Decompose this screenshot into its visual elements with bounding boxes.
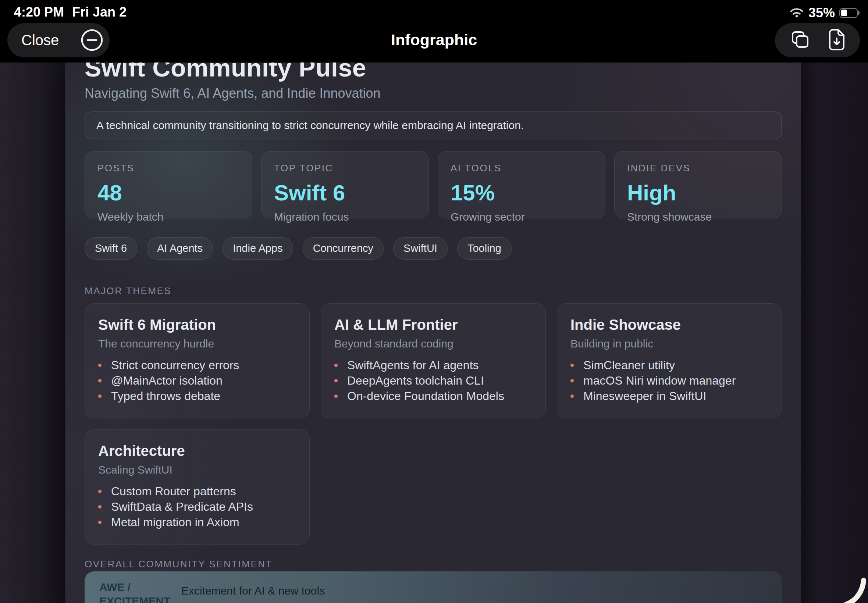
stat-caption: Weekly batch — [97, 211, 240, 223]
bullet-text: macOS Niri window manager — [583, 374, 736, 388]
bullet-text: On-device Foundation Models — [347, 390, 504, 403]
top-navbar: 4:20 PM Fri Jan 2 35% Close — [0, 0, 868, 62]
stat-caption: Growing sector — [450, 211, 593, 223]
theme-bullet: SwiftAgents for AI agents — [334, 357, 532, 373]
themes-section-heading: MAJOR THEMES — [85, 285, 782, 297]
stat-card-posts: POSTS 48 Weekly batch — [85, 151, 252, 218]
bullet-text: SwiftData & Predicate APIs — [111, 500, 253, 514]
stat-caption: Strong showcase — [627, 211, 769, 223]
theme-subtitle: Building in public — [571, 337, 768, 350]
tag-swiftui: SwiftUI — [393, 237, 448, 260]
bullet-dot-icon — [334, 394, 337, 398]
bullet-dot-icon — [571, 363, 574, 367]
themes-grid: Swift 6 Migration The concurrency hurdle… — [85, 303, 782, 544]
summary-box: A technical community transitioning to s… — [85, 111, 782, 139]
status-date: Fri Jan 2 — [72, 5, 127, 20]
bullet-text: SimCleaner utility — [583, 359, 675, 372]
bullet-text: Typed throws debate — [111, 390, 220, 403]
bullet-text: Metal migration in Axiom — [111, 515, 240, 529]
stat-card-indie-devs: INDIE DEVS High Strong showcase — [614, 151, 782, 218]
theme-bullet: Metal migration in Axiom — [98, 514, 296, 530]
stat-value: 48 — [97, 182, 240, 204]
theme-title: Architecture — [98, 442, 296, 459]
bullet-dot-icon — [571, 379, 574, 382]
summary-text: A technical community transitioning to s… — [96, 119, 524, 131]
theme-bullet: SwiftData & Predicate APIs — [98, 499, 296, 514]
tags-row: Swift 6 AI Agents Indie Apps Concurrency… — [85, 237, 782, 260]
bullet-dot-icon — [98, 394, 102, 398]
tag-swift6: Swift 6 — [85, 237, 137, 260]
stats-row: POSTS 48 Weekly batch TOP TOPIC Swift 6 … — [85, 151, 782, 218]
theme-subtitle: Beyond standard coding — [334, 337, 532, 350]
tag-ai-agents: AI Agents — [147, 237, 213, 260]
theme-bullet: SimCleaner utility — [571, 357, 768, 373]
bullet-dot-icon — [334, 379, 337, 382]
bullet-text: Strict concurrency errors — [111, 359, 240, 372]
battery-percentage: 35% — [808, 5, 835, 20]
stat-label: AI TOOLS — [450, 162, 593, 174]
bullet-dot-icon — [334, 363, 337, 367]
infographic-title: Swift Community Pulse — [85, 62, 782, 80]
sentiment-card-awe-excitement: AWE / EXCITEMENT Excitement for AI & new… — [85, 571, 782, 603]
theme-bullet: macOS Niri window manager — [571, 373, 768, 388]
battery-icon — [839, 8, 858, 18]
bullet-dot-icon — [98, 505, 102, 509]
bullet-dot-icon — [98, 521, 102, 524]
sentiment-label: AWE / EXCITEMENT — [99, 580, 175, 603]
theme-bullet: Minesweeper in SwiftUI — [571, 388, 768, 404]
stat-label: INDIE DEVS — [627, 162, 769, 174]
tag-tooling: Tooling — [457, 237, 512, 260]
stat-value: High — [627, 182, 769, 204]
stat-caption: Migration focus — [274, 211, 416, 223]
theme-subtitle: The concurrency hurdle — [98, 337, 296, 350]
status-time: 4:20 PM — [14, 5, 64, 20]
stat-card-top-topic: TOP TOPIC Swift 6 Migration focus — [261, 151, 429, 218]
theme-title: Swift 6 Migration — [98, 316, 296, 333]
bullet-dot-icon — [98, 363, 102, 367]
theme-bullet: @MainActor isolation — [98, 373, 296, 388]
sentiment-section-heading: OVERALL COMMUNITY SENTIMENT — [85, 558, 782, 570]
theme-bullet: On-device Foundation Models — [334, 388, 532, 404]
stat-label: TOP TOPIC — [274, 162, 416, 174]
theme-title: AI & LLM Frontier — [334, 316, 532, 333]
sentiment-description: Excitement for AI & new tools — [181, 584, 325, 598]
infographic-subtitle: Navigating Swift 6, AI Agents, and Indie… — [85, 85, 782, 101]
bullet-text: SwiftAgents for AI agents — [347, 359, 479, 372]
export-download-button[interactable] — [828, 28, 846, 53]
tag-indie-apps: Indie Apps — [223, 237, 293, 260]
bullet-text: DeepAgents toolchain CLI — [347, 374, 484, 388]
page-title: Infographic — [0, 31, 868, 49]
stat-label: POSTS — [97, 162, 240, 174]
theme-title: Indie Showcase — [571, 316, 768, 333]
bullet-dot-icon — [98, 379, 102, 382]
theme-bullet: Typed throws debate — [98, 388, 296, 404]
bullet-text: Custom Router patterns — [111, 485, 236, 498]
copy-button[interactable] — [789, 29, 810, 52]
corner-arc-decoration — [842, 572, 868, 603]
tag-concurrency: Concurrency — [303, 237, 384, 260]
bullet-text: Minesweeper in SwiftUI — [583, 390, 706, 403]
theme-bullet: Strict concurrency errors — [98, 357, 296, 373]
screen: 4:20 PM Fri Jan 2 35% Close — [0, 0, 868, 603]
bullet-dot-icon — [98, 490, 102, 493]
status-bar: 4:20 PM Fri Jan 2 35% — [0, 0, 868, 22]
theme-bullet: DeepAgents toolchain CLI — [334, 373, 532, 388]
nav-actions — [775, 23, 860, 57]
infographic-panel: Swift Community Pulse Navigating Swift 6… — [65, 62, 801, 603]
theme-subtitle: Scaling SwiftUI — [98, 464, 296, 476]
theme-card-swift6-migration: Swift 6 Migration The concurrency hurdle… — [85, 303, 310, 418]
bullet-text: @MainActor isolation — [111, 374, 223, 388]
stat-value: 15% — [450, 182, 593, 204]
bullet-dot-icon — [571, 394, 574, 398]
wifi-icon — [789, 7, 804, 19]
theme-bullet: Custom Router patterns — [98, 484, 296, 499]
stat-value: Swift 6 — [274, 182, 416, 204]
theme-card-ai-llm-frontier: AI & LLM Frontier Beyond standard coding… — [321, 303, 546, 418]
theme-card-architecture: Architecture Scaling SwiftUI Custom Rout… — [85, 430, 310, 544]
theme-card-indie-showcase: Indie Showcase Building in public SimCle… — [557, 303, 782, 418]
stat-card-ai-tools: AI TOOLS 15% Growing sector — [438, 151, 605, 218]
